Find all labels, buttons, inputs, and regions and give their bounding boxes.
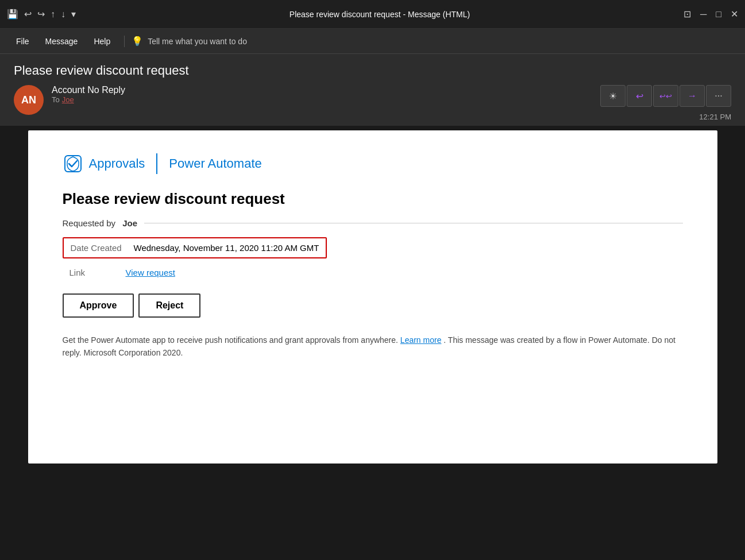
menu-search: 💡 Tell me what you want to do — [132, 36, 247, 47]
email-meta: AN Account No Reply To Joe ☀ ↩ ↩↩ → — [14, 85, 731, 121]
reply-button[interactable]: ↩ — [627, 85, 652, 107]
theme-toggle-button[interactable]: ☀ — [600, 85, 626, 107]
window-controls: ⊡ ─ □ ✕ — [684, 9, 738, 20]
view-request-link[interactable]: View request — [126, 268, 175, 277]
reply-all-button[interactable]: ↩↩ — [653, 85, 678, 107]
approve-button[interactable]: Approve — [63, 293, 134, 318]
avatar: AN — [14, 85, 44, 115]
reject-button[interactable]: Reject — [138, 293, 200, 318]
action-buttons: ☀ ↩ ↩↩ → ··· — [600, 85, 731, 107]
email-body: Approvals Power Automate Please review d… — [28, 130, 717, 464]
approvals-header: Approvals Power Automate — [63, 153, 683, 174]
dropdown-icon[interactable]: ▾ — [71, 9, 76, 20]
requester-name: Joe — [122, 218, 137, 228]
maximize-button[interactable]: □ — [716, 9, 721, 20]
undo-icon[interactable]: ↩ — [24, 9, 32, 20]
divider-line — [144, 223, 682, 223]
title-bar-icons: 💾 ↩ ↪ ↑ ↓ ▾ — [7, 9, 76, 20]
requested-by-label: Requested by — [63, 218, 116, 228]
menu-message[interactable]: Message — [38, 33, 85, 49]
move-down-icon[interactable]: ↓ — [61, 9, 65, 20]
menu-help[interactable]: Help — [87, 33, 117, 49]
date-created-label: Date Created — [71, 243, 134, 253]
redo-icon[interactable]: ↪ — [37, 9, 45, 20]
more-actions-button[interactable]: ··· — [706, 85, 731, 107]
recipient-name[interactable]: Joe — [62, 95, 74, 104]
title-bar: 💾 ↩ ↪ ↑ ↓ ▾ Please review discount reque… — [0, 0, 745, 29]
forward-button[interactable]: → — [680, 85, 705, 107]
content-area: Please review discount request AN Accoun… — [0, 54, 745, 560]
footer-text-1: Get the Power Automate app to receive pu… — [63, 335, 398, 345]
email-header: Please review discount request AN Accoun… — [0, 54, 745, 126]
approvals-shield-icon — [63, 153, 83, 174]
move-up-icon[interactable]: ↑ — [51, 9, 55, 20]
sender-info: Account No Reply To Joe — [52, 85, 125, 104]
email-time: 12:21 PM — [699, 113, 731, 121]
to-label: To — [52, 95, 60, 104]
save-icon[interactable]: 💾 — [7, 9, 18, 20]
email-actions: ☀ ↩ ↩↩ → ··· 12:21 PM — [600, 85, 731, 121]
learn-more-link[interactable]: Learn more — [400, 335, 442, 345]
requested-by-row: Requested by Joe — [63, 218, 683, 228]
email-subject: Please review discount request — [14, 63, 731, 78]
link-row: Link View request — [63, 265, 683, 280]
menu-separator — [124, 36, 125, 47]
approval-buttons: Approve Reject — [63, 293, 683, 318]
date-created-box: Date Created Wednesday, November 11, 202… — [63, 237, 327, 258]
lightbulb-icon: 💡 — [132, 36, 143, 47]
menu-bar: File Message Help 💡 Tell me what you wan… — [0, 29, 745, 54]
email-content-title: Please review discount request — [63, 190, 683, 208]
approvals-divider — [156, 153, 157, 174]
link-label: Link — [63, 265, 126, 280]
minimize-button[interactable]: ─ — [700, 9, 707, 20]
email-footer: Get the Power Automate app to receive pu… — [63, 334, 683, 360]
email-body-container: Approvals Power Automate Please review d… — [0, 126, 745, 560]
restore-button[interactable]: ⊡ — [684, 9, 691, 20]
approvals-logo: Approvals — [63, 153, 145, 174]
sender-name: Account No Reply — [52, 85, 125, 95]
email-sender: AN Account No Reply To Joe — [14, 85, 125, 115]
close-button[interactable]: ✕ — [731, 9, 738, 20]
date-created-value: Wednesday, November 11, 2020 11:20 AM GM… — [134, 243, 319, 253]
approvals-label: Approvals — [89, 156, 145, 171]
menu-file[interactable]: File — [9, 33, 36, 49]
search-label[interactable]: Tell me what you want to do — [148, 37, 247, 46]
power-automate-label: Power Automate — [169, 156, 261, 171]
sender-to: To Joe — [52, 95, 125, 104]
window-title: Please review discount request - Message… — [80, 10, 679, 19]
